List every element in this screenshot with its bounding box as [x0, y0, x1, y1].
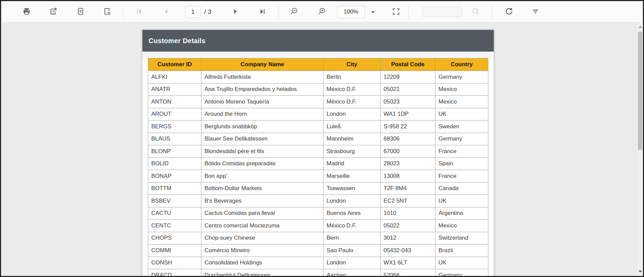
table-row: BSBEVB's BeveragesLondonEC2 5NTUK	[148, 195, 488, 207]
table-cell: Bon app'	[201, 170, 324, 183]
table-cell: CENTC	[148, 220, 201, 232]
table-row: CACTUCactus Comidas para llevarBuenos Ai…	[148, 207, 488, 220]
table-cell: Marseille	[324, 170, 380, 183]
table-cell: Around the Horn	[201, 108, 324, 121]
table-row: BLONPBlondesddsl père et filsStrasbourg6…	[148, 145, 488, 158]
toolbar-separator	[492, 5, 492, 19]
table-cell: Germany	[435, 133, 488, 145]
table-cell: CHOPS	[148, 232, 201, 244]
last-page-button[interactable]	[256, 5, 269, 19]
table-cell: 13008	[380, 170, 435, 183]
table-cell: Spain	[435, 158, 488, 170]
column-header-company-name: Company Name	[201, 58, 324, 71]
table-cell: Switzerland	[435, 232, 488, 244]
chevron-down-icon	[371, 10, 375, 15]
search-button[interactable]	[469, 5, 482, 19]
report-viewer-window: / 3	[0, 0, 644, 277]
column-header-city: City	[324, 58, 380, 71]
table-cell: Antonio Moreno Taquería	[201, 96, 324, 108]
table-cell: Mexico	[435, 83, 488, 96]
next-page-button[interactable]	[229, 5, 242, 19]
table-cell: Bern	[324, 232, 380, 244]
scroll-down-icon	[639, 271, 642, 273]
parameters-button[interactable]	[529, 5, 542, 19]
table-cell: UK	[435, 195, 488, 207]
refresh-button[interactable]	[502, 5, 515, 19]
table-cell: Cactus Comidas para llevar	[201, 207, 324, 220]
last-page-icon	[258, 7, 267, 17]
table-cell: 05022	[380, 220, 435, 232]
table-cell: Brazil	[435, 244, 488, 257]
table-cell: Argentina	[435, 207, 488, 220]
print-layout-button[interactable]	[74, 5, 87, 19]
vertical-scrollbar[interactable]	[637, 22, 643, 276]
table-cell: Bólido Comidas preparadas	[201, 158, 324, 170]
table-cell: S-958 22	[380, 121, 435, 133]
table-header-row: Customer ID Company Name City Postal Cod…	[148, 58, 488, 71]
export-button[interactable]	[46, 5, 60, 19]
table-cell: ALFKI	[148, 71, 201, 84]
table-cell: BOTTM	[148, 182, 201, 195]
table-cell: México D.F.	[324, 96, 380, 108]
toolbar-separator	[278, 5, 279, 19]
table-cell: México D.F.	[324, 220, 380, 232]
table-cell: Sao Paulo	[324, 244, 380, 257]
page-number-input[interactable]	[185, 6, 201, 18]
column-header-country: Country	[435, 58, 488, 71]
toolbar: / 3	[2, 1, 642, 22]
report-title-gap	[142, 52, 494, 58]
zoom-in-button[interactable]	[315, 5, 328, 19]
table-cell: UK	[435, 108, 488, 121]
table-cell: Luleå	[324, 121, 380, 133]
table-cell: BOLID	[148, 158, 201, 170]
table-cell: 52066	[380, 269, 435, 276]
first-page-icon	[135, 7, 143, 17]
table-cell: México D.F.	[324, 83, 380, 96]
page-setup-button[interactable]	[100, 5, 114, 19]
table-cell: Buenos Aires	[324, 207, 380, 220]
table-cell: 05021	[380, 83, 435, 96]
table-cell: 68306	[380, 133, 435, 145]
table-cell: 28023	[380, 158, 435, 170]
table-cell: France	[435, 145, 488, 158]
zoom-level-select[interactable]: 100%	[337, 5, 365, 18]
table-cell: Berlin	[324, 71, 380, 84]
table-cell: Madrid	[324, 158, 380, 170]
table-cell: ANTON	[148, 96, 201, 108]
table-cell: London	[324, 195, 380, 207]
customer-table-body: ALFKIAlfreds FutterkisteBerlin12209Germa…	[148, 71, 488, 276]
table-cell: 67000	[380, 145, 435, 158]
table-cell: Comércio Mineiro	[201, 244, 324, 257]
report-title: Customer Details	[149, 37, 206, 45]
previous-page-button[interactable]	[159, 5, 173, 19]
table-cell: 3012	[380, 232, 435, 244]
table-cell: Bottom-Dollar Markets	[201, 182, 324, 195]
scrollbar-down-button[interactable]	[637, 269, 643, 274]
previous-page-icon	[162, 7, 170, 17]
fit-to-page-button[interactable]	[389, 5, 403, 19]
scrollbar-up-button[interactable]	[637, 24, 643, 30]
first-page-button[interactable]	[132, 5, 146, 19]
table-cell: BLONP	[148, 145, 201, 158]
search-icon	[471, 7, 480, 17]
table-cell: Alfreds Futterkiste	[201, 71, 324, 84]
table-cell: ANATR	[148, 83, 201, 96]
search-input[interactable]	[423, 7, 462, 17]
viewer-area: Customer Details Customer ID Company Nam…	[1, 22, 643, 276]
table-cell: Ana Trujillo Emparedados y helados	[201, 83, 324, 96]
table-row: COMMIComércio MineiroSao Paulo05432-043B…	[148, 244, 488, 257]
table-cell: CONSH	[148, 257, 201, 269]
zoom-level-caret-button[interactable]	[369, 8, 377, 16]
table-row: CENTCCentro comercial MoctezumaMéxico D.…	[148, 220, 488, 232]
table-row: CONSHConsolidated HoldingsLondonWX1 6LTU…	[148, 257, 488, 269]
refresh-icon	[504, 7, 513, 17]
zoom-out-button[interactable]	[287, 5, 300, 19]
table-cell: WA1 1DP	[380, 108, 435, 121]
column-header-postal-code: Postal Code	[380, 58, 435, 71]
table-row: BONAPBon app'Marseille13008France	[148, 170, 488, 183]
print-layout-icon	[76, 7, 85, 17]
table-cell: Tsawassen	[324, 182, 380, 195]
print-button[interactable]	[20, 5, 33, 19]
table-cell: Chop-suey Chinese	[201, 232, 324, 244]
scrollbar-thumb[interactable]	[638, 32, 642, 150]
